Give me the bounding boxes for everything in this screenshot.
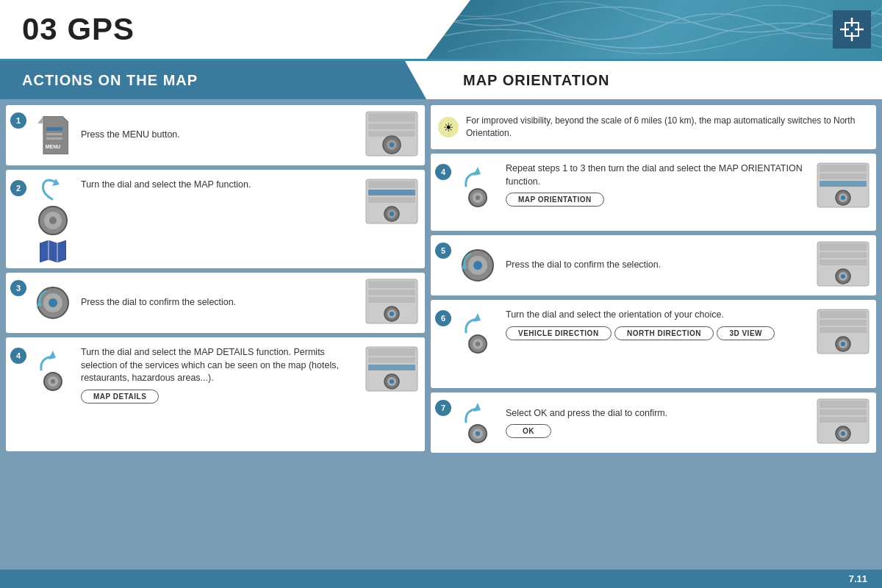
svg-rect-9: [46, 137, 62, 140]
svg-rect-81: [820, 311, 867, 318]
step-7-text: Select OK and press the dial to confirm.: [506, 407, 812, 420]
device-panel-1: [365, 111, 418, 157]
step-4-right-icon: [456, 165, 500, 208]
step-4-left-content: Turn the dial and select the MAP DETAILS…: [81, 346, 361, 404]
left-column: 1 MENU Press the MENU button.: [6, 105, 425, 570]
svg-point-46: [51, 379, 55, 384]
svg-point-21: [49, 217, 57, 224]
svg-rect-7: [46, 127, 62, 131]
left-section-title: ACTIONS ON THE MAP: [22, 72, 198, 89]
map-icon-2: [40, 240, 66, 262]
svg-marker-87: [473, 403, 481, 412]
step-2-icon: [31, 179, 75, 262]
footer: 7.11: [0, 570, 882, 588]
device-panel-2: [365, 179, 418, 224]
svg-rect-27: [368, 190, 415, 196]
step-num-1: 1: [10, 112, 26, 129]
right-step-6: 6 Turn the dial and select the orientati…: [431, 300, 876, 388]
svg-rect-38: [368, 290, 415, 295]
svg-rect-71: [820, 252, 867, 258]
left-section-header: ACTIONS ON THE MAP: [0, 61, 426, 99]
svg-rect-13: [368, 123, 415, 129]
step-1-device: [365, 111, 420, 159]
step-5-text: Press the dial to confirm the selection.: [506, 259, 812, 272]
svg-marker-76: [473, 313, 481, 322]
vehicle-direction-pill: VEHICLE DIRECTION: [506, 326, 612, 340]
step-num-3: 3: [10, 280, 26, 296]
right-section-title: MAP ORIENTATION: [463, 72, 609, 89]
step-num-2: 2: [10, 180, 26, 196]
press-dial-icon-5: [460, 248, 495, 283]
svg-rect-92: [820, 401, 867, 408]
right-column: ☀ For improved visibility, beyond the sc…: [431, 105, 876, 570]
left-step-3: 3 Press the dial to confirm the selectio…: [6, 273, 425, 333]
arrow-dial-icon-4: [35, 349, 71, 392]
svg-rect-60: [820, 173, 867, 179]
step-4-right-content: Repeat steps 1 to 3 then turn the dial a…: [506, 162, 812, 207]
svg-rect-59: [820, 165, 867, 172]
svg-rect-37: [368, 281, 415, 288]
menu-button-icon: MENU: [37, 116, 68, 154]
svg-point-75: [841, 274, 845, 279]
svg-rect-94: [820, 417, 867, 423]
main-content: 1 MENU Press the MENU button.: [0, 99, 882, 570]
svg-rect-28: [368, 197, 415, 203]
svg-rect-61: [820, 181, 867, 187]
svg-point-97: [841, 431, 845, 436]
svg-rect-83: [820, 327, 867, 333]
step-num-4-left: 4: [10, 348, 26, 364]
svg-rect-26: [368, 181, 415, 188]
svg-point-34: [49, 298, 57, 307]
press-dial-icon-3: [35, 285, 71, 320]
section-headers: ACTIONS ON THE MAP MAP ORIENTATION: [0, 59, 882, 99]
device-panel-r7: [817, 398, 870, 444]
header: 03 GPS: [0, 0, 882, 59]
step-4-left-icon: [31, 349, 75, 392]
right-step-7: 7 Select OK and press the dial to confir…: [431, 392, 876, 453]
svg-point-67: [473, 261, 482, 270]
svg-rect-8: [46, 133, 62, 135]
step-4-right-device: [817, 162, 872, 211]
north-direction-pill: NORTH DIRECTION: [614, 326, 714, 340]
step-num-6: 6: [435, 310, 451, 326]
step-2-text: Turn the dial and select the MAP functio…: [81, 179, 361, 192]
svg-point-17: [390, 143, 394, 147]
header-topo-bg: [426, 0, 882, 59]
svg-point-42: [390, 312, 394, 316]
svg-point-31: [390, 212, 394, 216]
svg-point-86: [841, 342, 845, 346]
step-4-right-text: Repeat steps 1 to 3 then turn the dial a…: [506, 162, 812, 188]
svg-point-79: [476, 342, 480, 346]
svg-rect-49: [368, 357, 415, 363]
right-step-4: 4 Repeat steps 1 to 3 then turn the dial…: [431, 154, 876, 231]
step-1-text: Press the MENU button.: [81, 129, 361, 142]
step-5-icon: [456, 248, 500, 283]
info-sun-icon: ☀: [438, 117, 459, 137]
step-7-content: Select OK and press the dial to confirm.…: [506, 407, 812, 439]
svg-marker-22: [40, 240, 66, 262]
step-2-device: [365, 179, 420, 227]
step-6-icon: [456, 312, 500, 354]
device-panel-4l: [365, 346, 418, 392]
arrow-icon-2: [37, 179, 68, 201]
device-panel-3: [365, 279, 418, 324]
3d-view-pill: 3D VIEW: [717, 326, 775, 340]
svg-rect-12: [368, 113, 415, 122]
arrow-dial-icon-r4: [460, 165, 495, 208]
page-number: 7.11: [849, 573, 867, 584]
svg-rect-82: [820, 320, 867, 326]
step-1-icon: MENU: [31, 116, 75, 154]
left-step-1: 1 MENU Press the MENU button.: [6, 105, 425, 165]
step-num-4-right: 4: [435, 164, 451, 180]
svg-rect-72: [820, 259, 867, 265]
step-3-text: Press the dial to confirm the selection.: [81, 296, 361, 309]
ok-pill: OK: [506, 424, 551, 438]
step-num-5: 5: [435, 243, 451, 259]
info-note-row: ☀ For improved visibility, beyond the sc…: [431, 105, 876, 149]
device-panel-r5: [817, 241, 870, 287]
map-details-pill: MAP DETAILS: [81, 390, 159, 404]
arrow-dial-icon-r6: [460, 312, 495, 354]
info-note-text: For improved visibility, beyond the scal…: [466, 115, 869, 140]
svg-point-64: [841, 196, 845, 200]
device-panel-r4: [817, 162, 870, 208]
